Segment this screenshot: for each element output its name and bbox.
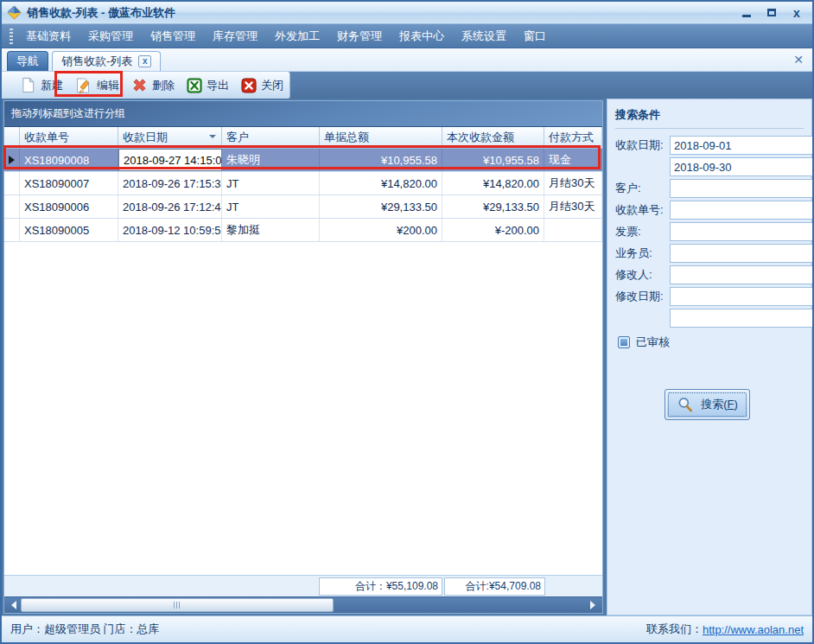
modify-date-from-input[interactable] [671,288,814,305]
cell-receipt-no: XS18090008 [20,149,118,171]
tabstrip-close-icon[interactable]: ✕ [793,54,804,66]
modifier-input[interactable] [671,266,814,284]
modify-date-from-select[interactable] [670,287,814,306]
maximize-button[interactable] [761,5,782,21]
receipt-date-from-input[interactable] [671,137,814,154]
toolbar-row: 新建 编辑 删除 [2,72,812,99]
salesman-input[interactable] [671,245,814,262]
website-link[interactable]: http://www.aolan.net [703,623,804,636]
delete-button[interactable]: 删除 [125,74,181,96]
group-by-band[interactable]: 拖动列标题到这进行分组 [4,101,602,127]
customer-select[interactable] [670,179,814,198]
column-header-customer[interactable]: 客户 [222,127,320,148]
column-header-payment[interactable]: 付款方式 [544,127,602,148]
menu-base-data[interactable]: 基础资料 [17,24,79,48]
close-window-button[interactable]: x [786,5,807,21]
export-button[interactable]: 导出 [181,75,235,96]
modify-date-to-select[interactable] [670,309,814,328]
minimize-button[interactable] [736,5,757,21]
scrollbar-track[interactable] [19,597,588,613]
title-bar: 销售收款-列表 - 傲蓝布业软件 x [2,2,812,24]
column-header-date[interactable]: 收款日期 [118,127,222,148]
cell-customer: 朱晓明 [222,149,320,171]
close-dropdown-icon[interactable] [289,84,296,91]
app-logo-icon [7,5,22,20]
salesman-select[interactable] [670,244,814,263]
menu-outsourcing[interactable]: 外发加工 [266,24,328,48]
table-row[interactable]: XS18090006 2018-09-26 17:12:44 JT ¥29,13… [4,195,602,219]
row-indicator [4,219,20,241]
total-sum-box: 合计：¥55,109.08 [319,577,442,596]
tab-close-icon[interactable]: x [138,55,151,67]
close-tab-button[interactable]: 关闭 [235,75,289,96]
status-bar: 用户：超级管理员 门店：总库 联系我们： http://www.aolan.ne… [2,615,812,642]
receipt-no-input[interactable] [671,201,814,219]
audited-label: 已审核 [636,335,670,350]
invoice-input[interactable] [671,223,814,240]
toolbar: 新建 编辑 删除 [2,72,290,99]
receipt-date-to-input[interactable] [671,158,814,175]
close-red-icon [241,78,257,93]
field-label-modify-date: 修改日期: [615,289,670,304]
search-icon [677,396,694,413]
delete-button-label: 删除 [152,78,175,93]
menu-sales[interactable]: 销售管理 [142,24,204,48]
cell-payment: 月结30天 [544,172,602,194]
scrollbar-thumb[interactable] [21,598,334,612]
delete-x-icon [131,77,148,93]
new-button[interactable]: 新建 [14,74,69,96]
field-label-customer: 客户: [615,181,670,196]
menu-grip [10,29,13,44]
receipt-date-to-select[interactable] [670,157,814,176]
cell-payment: 月结30天 [544,195,602,218]
table-row[interactable]: XS18090005 2018-09-12 10:59:51 黎加挺 ¥200.… [4,219,602,242]
table-row[interactable]: XS18090007 2018-09-26 17:15:32 JT ¥14,82… [4,172,602,195]
receipt-no-field[interactable] [670,201,814,220]
menu-window[interactable]: 窗口 [515,24,555,48]
search-button[interactable]: 搜索(F) [665,389,750,420]
menu-inventory[interactable]: 库存管理 [204,24,266,48]
cell-date: 2018-09-27 14:15:04 [118,149,222,171]
edit-pencil-icon [75,77,92,94]
column-header-date-label: 收款日期 [123,130,168,145]
scroll-right-button[interactable] [588,597,602,613]
user-store-status: 用户：超级管理员 门店：总库 [10,622,160,637]
cell-total: ¥200.00 [320,219,442,241]
cell-receipt-no: XS18090006 [20,195,118,218]
search-button-label: 搜索(F) [701,397,738,412]
modifier-select[interactable] [670,265,814,284]
menu-purchase[interactable]: 采购管理 [79,24,142,48]
column-header-total[interactable]: 单据总额 [320,127,442,148]
invoice-field[interactable] [670,222,814,241]
edit-button-label: 编辑 [97,78,119,93]
scroll-left-button[interactable] [4,597,19,613]
field-label-salesman: 业务员: [615,245,670,261]
field-label-receipt-date: 收款日期: [615,137,670,153]
excel-export-icon [187,78,202,93]
group-by-hint: 拖动列标题到这进行分组 [11,106,125,121]
main-area: 拖动列标题到这进行分组 收款单号 收款日期 客户 单据总额 本次收款金额 付款方… [2,99,812,615]
menu-settings[interactable]: 系统设置 [453,24,515,48]
cell-payment [544,219,602,241]
edit-button[interactable]: 编辑 [69,74,125,97]
menu-finance[interactable]: 财务管理 [328,24,391,48]
column-header-receipt-no[interactable]: 收款单号 [20,127,118,148]
horizontal-scrollbar[interactable] [4,596,602,613]
cell-received: ¥10,955.58 [442,149,544,171]
cell-date: 2018-09-26 17:15:32 [118,172,222,194]
column-header-received[interactable]: 本次收款金额 [442,127,544,148]
modify-date-to-input[interactable] [671,309,814,327]
tab-sales-receipt-list[interactable]: 销售收款-列表 x [52,51,161,71]
menu-reports[interactable]: 报表中心 [391,24,453,48]
audited-checkbox[interactable] [618,336,630,348]
cell-total: ¥29,133.50 [320,195,442,218]
customer-input[interactable] [671,180,814,197]
table-row-selected[interactable]: XS18090008 2018-09-27 14:15:04 朱晓明 ¥10,9… [4,149,602,172]
row-indicator [4,172,20,194]
receipt-date-from-select[interactable] [670,136,814,155]
cell-date: 2018-09-26 17:12:44 [118,195,222,218]
tab-navigation[interactable]: 导航 [7,51,48,71]
row-indicator [4,149,20,171]
receipt-grid-panel: 拖动列标题到这进行分组 收款单号 收款日期 客户 单据总额 本次收款金额 付款方… [3,100,603,614]
cell-customer: 黎加挺 [222,219,320,241]
